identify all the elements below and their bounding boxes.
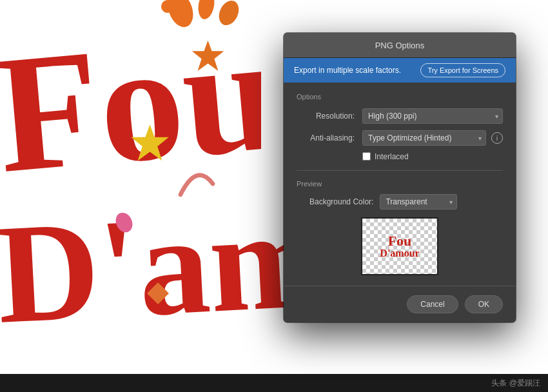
preview-section: Preview Background Color: Transparent Wh…	[297, 180, 503, 275]
dialog-body: Options Resolution: Screen (72 ppi) Medi…	[284, 83, 516, 286]
dialog-title: PNG Options	[375, 41, 425, 50]
export-message: Export in multiple scale factors.	[294, 66, 420, 75]
watermark-text: 头条 @爱踢汪	[491, 378, 540, 389]
modal-overlay: PNG Options Export in multiple scale fac…	[0, 0, 548, 374]
anti-aliasing-row: Anti-aliasing: None Art Optimized Type O…	[297, 130, 503, 146]
watermark-bar: 头条 @爱踢汪	[0, 374, 548, 392]
anti-aliasing-select-wrapper: None Art Optimized Type Optimized (Hinte…	[362, 130, 486, 146]
options-section-label: Options	[297, 93, 503, 101]
interlaced-checkbox[interactable]	[362, 152, 371, 161]
dialog-titlebar: PNG Options	[284, 33, 516, 58]
interlaced-label: Interlaced	[375, 152, 409, 161]
info-icon[interactable]: i	[491, 132, 503, 144]
try-export-button[interactable]: Try Export for Screens	[420, 63, 505, 77]
ok-button[interactable]: OK	[465, 295, 503, 313]
background-color-row: Background Color: Transparent White Blac…	[309, 194, 503, 210]
resolution-label: Resolution:	[297, 112, 355, 121]
background-color-label: Background Color:	[309, 197, 373, 206]
preview-art-overlay: Fou D'amour	[362, 219, 437, 274]
cancel-button[interactable]: Cancel	[407, 295, 458, 313]
resolution-select[interactable]: Screen (72 ppi) Medium (150 ppi) High (3…	[362, 108, 503, 124]
resolution-select-wrapper: Screen (72 ppi) Medium (150 ppi) High (3…	[362, 108, 503, 124]
section-divider	[297, 170, 503, 171]
preview-image: Fou D'amour	[361, 217, 438, 275]
dialog-footer: Cancel OK	[284, 286, 516, 322]
background-color-select-wrapper: Transparent White Black Matte ▾	[380, 194, 457, 210]
preview-text: Fou D'amour	[380, 234, 419, 259]
interlaced-row: Interlaced	[362, 152, 503, 161]
preview-damour-text: D'amour	[380, 248, 419, 259]
png-options-dialog: PNG Options Export in multiple scale fac…	[284, 33, 516, 322]
anti-aliasing-label: Anti-aliasing:	[297, 133, 355, 142]
background-color-select[interactable]: Transparent White Black Matte	[380, 194, 457, 210]
preview-section-label: Preview	[297, 180, 503, 188]
anti-aliasing-select[interactable]: None Art Optimized Type Optimized (Hinte…	[362, 130, 486, 146]
export-bar: Export in multiple scale factors. Try Ex…	[284, 58, 516, 83]
preview-fou-text: Fou	[380, 234, 419, 248]
resolution-row: Resolution: Screen (72 ppi) Medium (150 …	[297, 108, 503, 124]
